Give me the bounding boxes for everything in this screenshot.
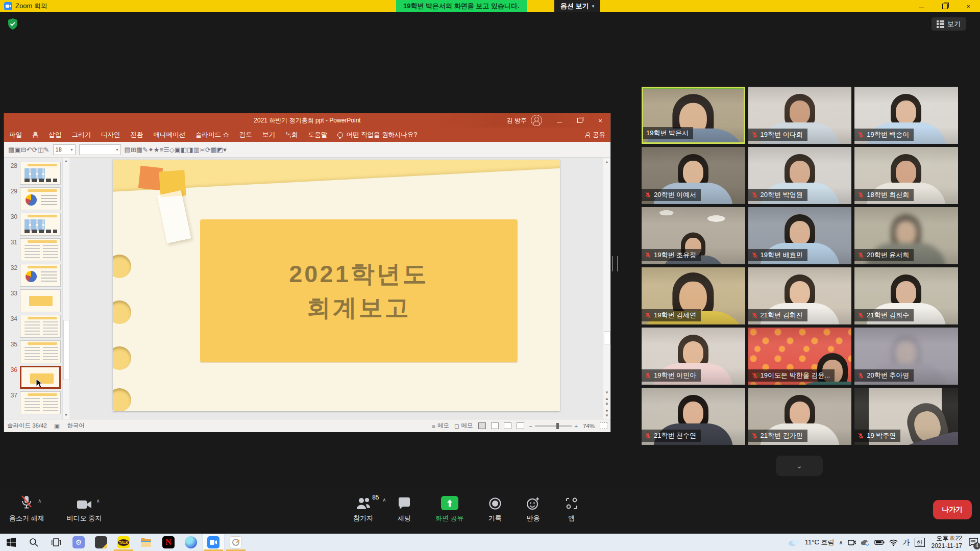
- video-tile[interactable]: 21학번 김희수: [854, 267, 958, 324]
- video-tile[interactable]: 20학번 윤서희: [854, 207, 958, 264]
- taskbar-file-explorer[interactable]: [135, 534, 157, 551]
- video-tile[interactable]: 21학번 천수연: [642, 388, 745, 445]
- taskbar-notepad-app[interactable]: [90, 534, 112, 551]
- record-button[interactable]: 기록: [488, 495, 502, 523]
- table-icon[interactable]: ▦: [136, 146, 142, 154]
- taskbar-zoom-app[interactable]: [202, 534, 225, 551]
- security-shield-icon[interactable]: [7, 18, 18, 30]
- camera-device-icon[interactable]: [848, 539, 856, 546]
- chevron-up-icon[interactable]: ∧: [38, 498, 41, 504]
- scroll-up-icon[interactable]: ▲: [603, 159, 610, 166]
- task-view-button[interactable]: [45, 534, 67, 551]
- ungroup-icon[interactable]: ◨: [187, 146, 193, 154]
- video-tile[interactable]: 19 박주연: [854, 388, 958, 445]
- rotate-icon[interactable]: ⟳: [205, 146, 211, 154]
- align-objects-icon[interactable]: ≍: [200, 146, 205, 154]
- shapes-icon[interactable]: ◇: [169, 146, 175, 154]
- tab-transitions[interactable]: 전환: [126, 128, 149, 142]
- new-slide-icon[interactable]: ▤: [125, 146, 131, 154]
- tab-insert[interactable]: 삽입: [44, 128, 67, 142]
- accessibility-icon[interactable]: ▣: [54, 422, 60, 430]
- video-tile[interactable]: 20학번 추아영: [854, 328, 958, 385]
- taskbar-kakaotalk-app[interactable]: TALK: [112, 534, 135, 551]
- ppt-minimize-button[interactable]: [549, 113, 570, 128]
- slide-thumbnail-28[interactable]: 28: [4, 162, 69, 187]
- tab-design[interactable]: 디자인: [96, 128, 126, 142]
- notification-center-button[interactable]: 4: [969, 538, 978, 547]
- video-tile[interactable]: 19학번 배효민: [748, 207, 852, 264]
- start-button[interactable]: [0, 534, 22, 551]
- tray-expand-icon[interactable]: ∧: [839, 539, 843, 546]
- tab-slideshow[interactable]: 슬라이드 쇼: [190, 128, 234, 142]
- onedrive-icon[interactable]: [861, 539, 870, 546]
- start-slideshow-icon[interactable]: ◫: [37, 146, 43, 154]
- scrollbar-thumb[interactable]: [63, 320, 69, 380]
- minimize-button[interactable]: [910, 0, 933, 12]
- ppt-restore-button[interactable]: [570, 113, 590, 128]
- weather-text[interactable]: 11°C 흐림: [805, 538, 835, 547]
- gallery-scroll-down-button[interactable]: ⌄: [776, 456, 823, 476]
- tab-view[interactable]: 보기: [257, 128, 280, 142]
- close-button[interactable]: ×: [957, 0, 980, 12]
- chat-button[interactable]: 채팅: [398, 495, 411, 523]
- chevron-up-icon[interactable]: ∧: [382, 497, 386, 503]
- font-name-select[interactable]: ▾: [79, 144, 121, 155]
- search-button[interactable]: [22, 534, 45, 551]
- video-tile[interactable]: 20학번 박영원: [748, 147, 852, 204]
- battery-icon[interactable]: [874, 539, 885, 545]
- save-as-icon[interactable]: ▣: [14, 146, 20, 154]
- taskbar-whale-browser[interactable]: [180, 534, 202, 551]
- slide-thumbnail-33[interactable]: 33: [4, 289, 69, 315]
- video-tile[interactable]: 19학번 박은서: [642, 87, 745, 144]
- weather-cloud-icon[interactable]: [788, 538, 800, 546]
- video-tile[interactable]: 19이도은 박한울 김윤...: [748, 328, 852, 385]
- apps-button[interactable]: 앱: [565, 495, 578, 523]
- slide-thumbnail-31[interactable]: 31: [4, 238, 69, 264]
- reactions-button[interactable]: 반응: [526, 495, 541, 523]
- zoom-percent[interactable]: 74%: [583, 423, 595, 429]
- undo-icon[interactable]: ↶: [27, 146, 32, 154]
- slide-thumbnail-30[interactable]: 30: [4, 213, 69, 238]
- panel-resize-handle[interactable]: [612, 256, 618, 271]
- fill-color-icon[interactable]: ◩: [217, 146, 223, 154]
- layout-icon[interactable]: ⊞: [131, 146, 136, 154]
- reading-view-button[interactable]: [504, 422, 511, 429]
- zoom-slider-thumb[interactable]: [556, 423, 559, 429]
- video-tile[interactable]: 19학번 이다희: [748, 87, 852, 144]
- wifi-icon[interactable]: [889, 539, 898, 546]
- language-status[interactable]: 한국어: [67, 422, 85, 430]
- thumbnail-scrollbar[interactable]: ▲ ▼: [62, 158, 69, 419]
- tab-file[interactable]: 파일: [4, 128, 27, 142]
- picture-icon[interactable]: ▦: [211, 146, 217, 154]
- account-avatar-icon[interactable]: [531, 115, 542, 126]
- slide-thumbnail-32[interactable]: 32: [4, 264, 69, 289]
- bring-forward-icon[interactable]: ▥: [193, 146, 200, 154]
- save-icon[interactable]: ▦: [8, 146, 14, 154]
- scroll-down-icon[interactable]: ▼: [603, 389, 610, 396]
- redo-icon[interactable]: ⟳: [32, 146, 37, 154]
- more-commands-icon[interactable]: ▾: [223, 146, 227, 154]
- video-tile[interactable]: 19학번 조유정: [642, 207, 745, 264]
- ime-korean-indicator[interactable]: 한: [915, 538, 925, 547]
- fit-to-window-icon[interactable]: [600, 422, 607, 429]
- stop-video-button[interactable]: ∧ 비디오 중지: [67, 495, 102, 523]
- slide-sorter-view-button[interactable]: [491, 422, 499, 429]
- taskbar-netflix-app[interactable]: N: [157, 534, 180, 551]
- gallery-view-button[interactable]: 보기: [932, 17, 966, 31]
- leave-meeting-button[interactable]: 나가기: [933, 500, 972, 519]
- star-icon[interactable]: ★: [154, 146, 160, 154]
- print-icon[interactable]: ⊟: [21, 146, 27, 154]
- tab-review[interactable]: 검토: [234, 128, 257, 142]
- current-slide[interactable]: 2021학년도 회계보고: [113, 160, 560, 411]
- previous-slide-button[interactable]: ▲▲: [603, 396, 610, 406]
- slide-thumbnail-35[interactable]: 35: [4, 340, 69, 366]
- slideshow-view-button[interactable]: [517, 422, 524, 429]
- taskbar-paint-app[interactable]: [225, 534, 247, 551]
- shape-edit-icon[interactable]: ✎: [142, 146, 148, 154]
- notes-button[interactable]: ≡메모: [432, 422, 449, 430]
- tab-draw[interactable]: 그리기: [67, 128, 96, 142]
- tab-record[interactable]: 녹화: [280, 128, 303, 142]
- next-slide-button[interactable]: ▼▼: [603, 409, 610, 418]
- tab-home[interactable]: 홈: [27, 128, 44, 142]
- slide-scrollbar[interactable]: ▲ ▼ ▲▲ ▼▼: [603, 158, 610, 419]
